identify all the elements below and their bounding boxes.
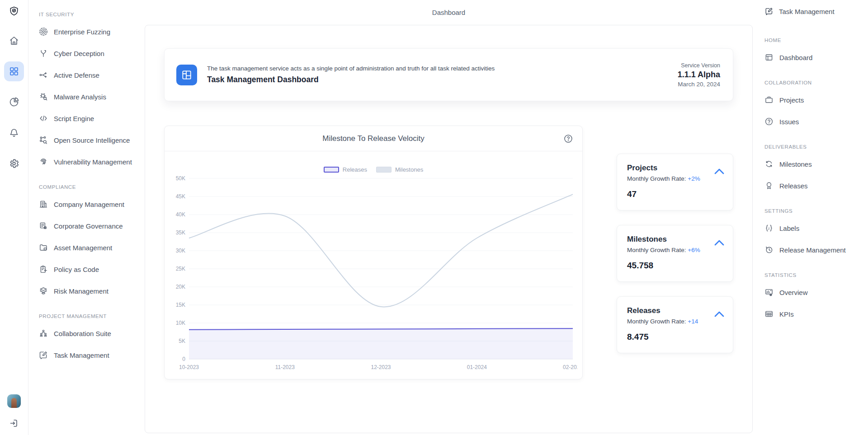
- rail-settings-button[interactable]: [4, 154, 24, 173]
- section-label-statistics: STATISTICS: [764, 271, 868, 280]
- sidebar-item-company-management[interactable]: Company Management: [39, 193, 145, 215]
- sidebar-item-label: Release Management: [779, 246, 846, 254]
- sidebar-item-label: Risk Management: [54, 287, 108, 295]
- sidebar-item-release-management[interactable]: Release Management: [764, 239, 868, 261]
- stat-card-value: 45.758: [627, 261, 724, 271]
- sidebar-item-overview[interactable]: Overview: [764, 281, 868, 303]
- table-icon: [764, 309, 774, 318]
- apps-grid-icon: [9, 66, 19, 77]
- sidebar-item-corporate-governance[interactable]: Corporate Governance: [39, 215, 145, 237]
- svg-text:45K: 45K: [176, 193, 185, 200]
- section-label-project-management: PROJECT MANAGEMENT: [39, 312, 145, 321]
- network-search-icon: [39, 136, 48, 145]
- section-label-it-security: IT SECURITY: [39, 10, 145, 19]
- board-chart-icon: [764, 288, 774, 297]
- stat-card-growth: Monthly Growth Rate: +14: [627, 318, 724, 325]
- sidebar-item-risk-management[interactable]: Risk Management: [39, 280, 145, 302]
- sidebar-item-label: Policy as Code: [54, 266, 99, 273]
- sidebar-item-label: Script Engine: [54, 115, 94, 122]
- service-title: Task Management Dashboard: [207, 75, 495, 84]
- chart-legend: Releases Milestones: [165, 166, 582, 173]
- rail-home-button[interactable]: [4, 31, 24, 51]
- svg-text:10-2023: 10-2023: [179, 364, 199, 370]
- legend-item-releases[interactable]: Releases: [324, 166, 367, 173]
- app-logo-shield-check-icon: [9, 6, 19, 17]
- sidebar-item-label: Enterprise Fuzzing: [54, 28, 110, 36]
- section-label-compliance: COMPLIANCE: [39, 182, 145, 192]
- task-management-header: Task Management: [764, 5, 868, 17]
- sidebar-item-open-source-intelligence[interactable]: Open Source Intelligence: [39, 129, 145, 151]
- svg-text:5K: 5K: [179, 338, 185, 344]
- svg-text:12-2023: 12-2023: [371, 364, 391, 370]
- rail-notifications-button[interactable]: [4, 123, 24, 143]
- notifications-bell-icon: [9, 127, 19, 138]
- sidebar-item-label: Company Management: [54, 201, 124, 208]
- svg-text:02-2024: 02-2024: [563, 364, 577, 370]
- section-label-home: HOME: [764, 36, 868, 45]
- doc-gear-icon: [39, 221, 48, 230]
- sidebar-item-projects[interactable]: Projects: [764, 89, 868, 111]
- service-version-label: Service Version: [678, 62, 720, 69]
- sidebar-item-policy-as-code[interactable]: Policy as Code: [39, 258, 145, 280]
- svg-text:30K: 30K: [176, 248, 185, 254]
- sidebar-item-issues[interactable]: Issues: [764, 111, 868, 132]
- sidebar-item-label: Vulnerability Management: [54, 158, 132, 166]
- svg-text:40K: 40K: [176, 211, 185, 218]
- sidebar-item-malware-analysis[interactable]: Malware Analysis: [39, 86, 145, 108]
- sidebar-item-vulnerability-management[interactable]: Vulnerability Management: [39, 151, 145, 173]
- svg-text:11-2023: 11-2023: [275, 364, 295, 370]
- people-icon: [39, 329, 48, 338]
- sidebar-item-task-management[interactable]: Task Management: [39, 344, 145, 366]
- stat-card-value: 47: [627, 189, 724, 199]
- help-circle-icon: [764, 117, 774, 126]
- rail-analytics-button[interactable]: [4, 92, 24, 112]
- sidebar-item-label: KPIs: [779, 310, 794, 318]
- icon-rail: [0, 0, 28, 435]
- history-icon: [764, 245, 774, 254]
- sidebar-item-script-engine[interactable]: Script Engine: [39, 108, 145, 129]
- stat-card-title: Projects: [627, 164, 724, 173]
- sidebar-item-label: Issues: [779, 118, 799, 126]
- section-label-collaboration: COLLABORATION: [764, 78, 868, 87]
- sidebar-item-label: Releases: [779, 182, 808, 190]
- svg-text:15K: 15K: [176, 302, 185, 308]
- sidebar-item-milestones[interactable]: Milestones: [764, 153, 868, 175]
- task-management-icon: [764, 7, 774, 16]
- sidebar-item-label: Open Source Intelligence: [54, 136, 130, 144]
- briefcase-icon: [764, 95, 774, 104]
- task-management-sidebar: Task Management HOMEDashboardCOLLABORATI…: [753, 0, 868, 435]
- sidebar-item-enterprise-fuzzing[interactable]: Enterprise Fuzzing: [39, 21, 145, 42]
- clipboard-arrow-icon: [39, 265, 48, 274]
- svg-text:10K: 10K: [176, 320, 185, 326]
- bug-search-icon: [39, 92, 48, 101]
- legend-item-milestones[interactable]: Milestones: [376, 166, 423, 173]
- sidebar-item-cyber-deception[interactable]: Cyber Deception: [39, 42, 145, 64]
- chevron-up-icon[interactable]: [714, 310, 725, 318]
- chevron-up-icon[interactable]: [714, 239, 725, 246]
- legend-label-milestones: Milestones: [395, 166, 423, 173]
- velocity-line-chart: 05K10K15K20K25K30K35K40K45K50K10-202311-…: [168, 174, 577, 374]
- user-avatar[interactable]: [7, 394, 21, 408]
- pie-chart-icon: [9, 97, 19, 108]
- stat-card-releases: ReleasesMonthly Growth Rate: +148.475: [617, 296, 733, 353]
- logout-icon[interactable]: [9, 418, 19, 429]
- sidebar-item-kpis[interactable]: KPIs: [764, 303, 868, 325]
- sidebar-item-active-defense[interactable]: Active Defense: [39, 64, 145, 86]
- home-icon: [9, 35, 19, 46]
- rail-apps-button[interactable]: [4, 61, 24, 81]
- award-icon: [764, 181, 774, 190]
- stat-card-title: Milestones: [627, 235, 724, 244]
- help-icon[interactable]: [563, 134, 573, 144]
- velocity-chart-card: Milestone To Release Velocity Releases M…: [164, 126, 583, 379]
- sidebar-item-dashboard[interactable]: Dashboard: [764, 47, 868, 68]
- sidebar-item-releases[interactable]: Releases: [764, 175, 868, 196]
- sidebar-item-asset-management[interactable]: Asset Management: [39, 237, 145, 258]
- sidebar-item-labels[interactable]: Labels: [764, 217, 868, 239]
- target-icon: [39, 27, 48, 36]
- svg-text:50K: 50K: [176, 175, 185, 182]
- sidebar-item-collaboration-suite[interactable]: Collaboration Suite: [39, 323, 145, 344]
- legend-swatch-releases: [324, 167, 339, 173]
- chevron-up-icon[interactable]: [714, 168, 725, 175]
- stat-card-projects: ProjectsMonthly Growth Rate: +2%47: [617, 154, 733, 210]
- chart-title: Milestone To Release Velocity: [322, 134, 425, 143]
